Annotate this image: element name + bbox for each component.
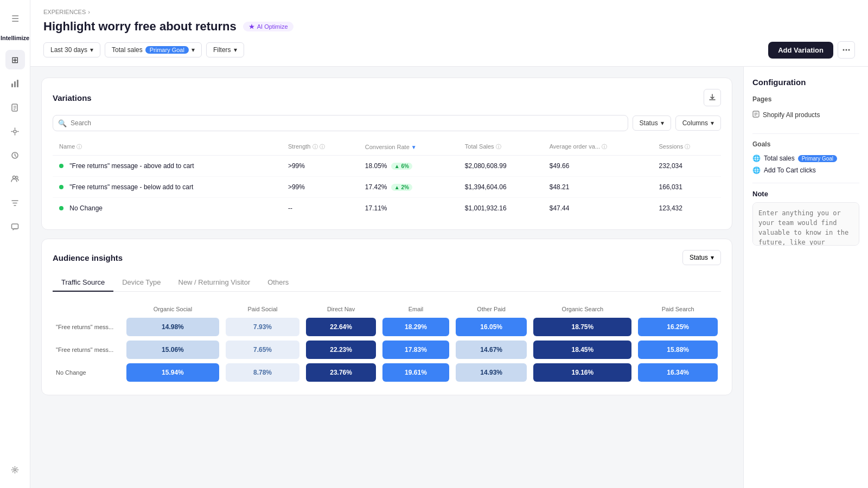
sidebar-gear-icon[interactable] xyxy=(5,460,25,479)
more-options-button[interactable] xyxy=(838,41,855,59)
app-logo: Intellimize xyxy=(1,35,29,41)
heat-cell-1-4: 14.67% xyxy=(452,338,530,361)
goals-section: Goals 🌐 Total sales Primary Goal 🌐 Add T… xyxy=(752,140,859,176)
goal-primary-badge: Primary Goal xyxy=(798,155,837,162)
sessions-info-icon[interactable]: ⓘ xyxy=(685,144,690,150)
uplift-badge-0: ▲ 6% xyxy=(391,163,412,170)
heat-label-1: "Free returns" mess... xyxy=(53,338,123,361)
heat-col-paid-search: Paid Search xyxy=(635,303,721,316)
name-info-icon[interactable]: ⓘ xyxy=(76,144,82,150)
cell-conversion-2: 17.11% xyxy=(359,198,458,219)
col-avg-order: Average order va... ⓘ xyxy=(543,139,653,156)
ai-badge-label: AI Optimize xyxy=(257,23,288,30)
content-area: Variations 🔍 Status ▾ Columns xyxy=(30,67,868,488)
tab-traffic-source[interactable]: Traffic Source xyxy=(53,274,113,292)
strength-info2-icon[interactable]: ⓘ xyxy=(320,144,325,150)
cell-conversion-0: 18.05% ▲ 6% xyxy=(359,156,458,177)
audience-status-label: Status xyxy=(690,254,708,261)
config-title: Configuration xyxy=(752,78,859,87)
pages-value: Shopify All products xyxy=(763,111,820,119)
heat-col-email: Email xyxy=(379,303,452,316)
audience-card-header: Audience insights Status ▾ xyxy=(53,250,721,265)
table-row: "Free returns" message - above add to ca… xyxy=(53,156,721,177)
cell-strength-2: -- xyxy=(282,198,359,219)
pages-value-item: Shopify All products xyxy=(752,107,859,123)
table-row: No Change -- 17.11% $1,001,932.16 $47.44… xyxy=(53,198,721,219)
sidebar-history-icon[interactable] xyxy=(5,145,25,165)
pages-label: Pages xyxy=(752,95,859,103)
audience-status-chevron: ▾ xyxy=(711,254,714,261)
more-dots-icon xyxy=(842,46,851,54)
menu-icon[interactable]: ☰ xyxy=(5,9,25,28)
goal-add-to-cart-label: Add To Cart clicks xyxy=(764,166,816,174)
sidebar-chart-icon[interactable] xyxy=(5,74,25,93)
tab-new-returning[interactable]: New / Returning Visitor xyxy=(170,274,259,292)
svg-point-13 xyxy=(843,49,845,51)
date-range-btn[interactable]: Last 30 days ▾ xyxy=(43,42,100,57)
filters-btn[interactable]: Filters ▾ xyxy=(206,42,244,57)
ai-icon xyxy=(248,23,255,30)
download-button[interactable] xyxy=(704,89,721,106)
heat-cell-0-2: 22.64% xyxy=(303,316,379,338)
svg-rect-0 xyxy=(11,84,13,87)
goal-btn[interactable]: Total sales Primary Goal ▾ xyxy=(105,42,202,57)
variations-search-input[interactable] xyxy=(53,115,628,131)
uplift-badge-1: ▲ 2% xyxy=(391,184,412,191)
cell-avg-2: $47.44 xyxy=(543,198,653,219)
status-chevron: ▾ xyxy=(661,119,664,127)
heat-header-row: Organic Social Paid Social Direct Nav Em… xyxy=(53,303,721,316)
cell-strength-1: >99% xyxy=(282,177,359,198)
heat-cell-0-4: 16.05% xyxy=(452,316,530,338)
tab-others[interactable]: Others xyxy=(259,274,297,292)
main-panel: Variations 🔍 Status ▾ Columns xyxy=(30,67,743,488)
col-total-sales: Total Sales ⓘ xyxy=(458,139,543,156)
sales-info-icon[interactable]: ⓘ xyxy=(496,144,501,150)
goals-label: Goals xyxy=(752,140,859,148)
page-icon xyxy=(752,111,760,119)
svg-point-12 xyxy=(14,468,16,471)
heat-cell-1-3: 17.83% xyxy=(379,338,452,361)
sidebar-filter-icon[interactable] xyxy=(5,193,25,213)
table-row: "Free returns" message - below add to ca… xyxy=(53,177,721,198)
goal-primary-badge: Primary Goal xyxy=(145,46,189,54)
cell-sessions-2: 123,432 xyxy=(653,198,721,219)
heat-label-2: No Change xyxy=(53,361,123,384)
divider-1 xyxy=(752,133,859,134)
svg-point-7 xyxy=(14,130,16,133)
cell-sessions-1: 166,031 xyxy=(653,177,721,198)
audience-status-btn[interactable]: Status ▾ xyxy=(682,250,721,265)
heat-cell-2-2: 23.76% xyxy=(303,361,379,384)
strength-info-icon[interactable]: ⓘ xyxy=(312,144,318,150)
note-textarea[interactable] xyxy=(752,202,859,246)
heat-cell-1-6: 15.88% xyxy=(635,338,721,361)
tab-device-type[interactable]: Device Type xyxy=(113,274,169,292)
heat-row: No Change 15.94% 8.78% 23.76% 19.61% 14.… xyxy=(53,361,721,384)
heat-cell-0-5: 18.75% xyxy=(530,316,635,338)
col-sessions: Sessions ⓘ xyxy=(653,139,721,156)
columns-dropdown-btn[interactable]: Columns ▾ xyxy=(675,115,721,131)
ai-optimize-badge[interactable]: AI Optimize xyxy=(243,22,293,31)
sidebar-settings-icon[interactable] xyxy=(5,121,25,141)
audience-title: Audience insights xyxy=(53,253,123,262)
main-content: EXPERIENCES › Highlight worry free about… xyxy=(30,0,868,488)
breadcrumb: EXPERIENCES › xyxy=(43,9,855,15)
svg-rect-11 xyxy=(12,224,18,229)
search-controls: 🔍 Status ▾ Columns ▾ xyxy=(53,115,721,131)
breadcrumb-parent[interactable]: EXPERIENCES xyxy=(43,9,86,15)
heat-col-direct-nav: Direct Nav xyxy=(303,303,379,316)
heat-cell-2-3: 19.61% xyxy=(379,361,452,384)
date-range-chevron: ▾ xyxy=(90,46,93,54)
variations-card-header: Variations xyxy=(53,89,721,106)
sidebar-comment-icon[interactable] xyxy=(5,217,25,236)
status-dropdown-btn[interactable]: Status ▾ xyxy=(633,115,671,131)
col-strength: Strength ⓘ ⓘ xyxy=(282,139,359,156)
heat-cell-2-1: 8.78% xyxy=(222,361,303,384)
sidebar-dashboard-icon[interactable]: ⊞ xyxy=(5,50,25,69)
avg-info-icon[interactable]: ⓘ xyxy=(602,144,607,150)
sidebar-audience-icon[interactable] xyxy=(5,169,25,189)
filters-chevron: ▾ xyxy=(234,46,237,54)
add-variation-button[interactable]: Add Variation xyxy=(768,42,833,59)
sidebar-doc-icon[interactable] xyxy=(5,98,25,117)
heat-col-paid-social: Paid Social xyxy=(222,303,303,316)
sort-icon[interactable]: ▼ xyxy=(411,144,417,150)
